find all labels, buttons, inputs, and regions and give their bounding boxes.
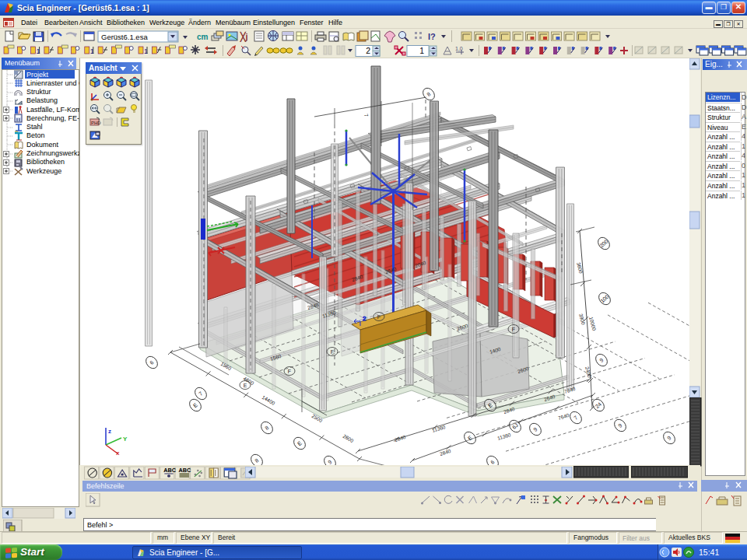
svg-text:3900: 3900 (578, 313, 587, 325)
svg-text:x: x (116, 450, 120, 457)
svg-text:11360: 11360 (431, 424, 446, 433)
svg-text:Gerüst6.1.esa: Gerüst6.1.esa (101, 33, 148, 41)
svg-text:cm: cm (197, 33, 209, 41)
svg-text:2840: 2840 (439, 448, 451, 457)
svg-text:14400: 14400 (261, 394, 276, 406)
svg-text:F: F (331, 349, 334, 355)
svg-text:E: E (244, 383, 247, 388)
svg-text:2: 2 (363, 315, 366, 322)
svg-text:z: z (108, 428, 111, 435)
svg-text:ABC: ABC (178, 467, 191, 473)
svg-text:F: F (377, 314, 381, 320)
svg-text:7: 7 (363, 113, 370, 117)
svg-text:ABC: ABC (163, 467, 176, 473)
svg-text:I?: I? (428, 32, 436, 41)
svg-text:F: F (288, 369, 291, 374)
svg-text:2840: 2840 (394, 434, 406, 443)
svg-text:F: F (512, 327, 515, 332)
svg-text:7640: 7640 (557, 412, 570, 421)
svg-text:11360: 11360 (496, 432, 511, 441)
svg-text:1: 1 (419, 46, 424, 55)
svg-text:PHD: PHD (91, 121, 101, 125)
svg-text:3600: 3600 (576, 261, 584, 274)
svg-text:10000: 10000 (588, 316, 598, 331)
svg-text:╳j: ╳j (240, 31, 248, 43)
svg-text:Y: Y (123, 436, 128, 443)
svg-text:2: 2 (366, 46, 370, 55)
svg-text:2600: 2600 (342, 433, 355, 443)
